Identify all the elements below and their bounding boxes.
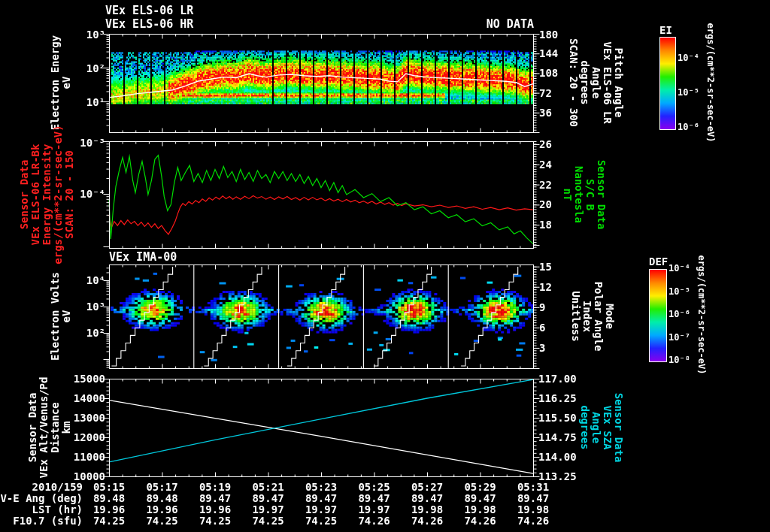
mode-tick-label: 9 [539,302,592,313]
pa-tick-label: 36 [539,107,592,119]
bk-y-tick-label: 10⁻⁴ [53,189,105,200]
colorbar-def-tick-label: 10⁻⁸ [668,355,706,365]
table-cell: 74.25 [295,515,347,527]
colorbar-ei-title: EI [659,25,672,36]
time-tick-label: 05:17 [136,482,189,493]
colorbar-def-title: DEF [649,256,668,268]
time-tick-label: 05:25 [348,482,401,493]
table-cell: 19.97 [295,504,347,515]
sza-tick-label: 115.50 [538,413,595,424]
table-cell: 89.47 [189,493,241,504]
els-y-tick-label: 10² [53,63,105,74]
time-tick-label: 05:29 [454,482,507,493]
alt-y-tick-label: 13000 [45,413,105,424]
sza-tick-label: 117.00 [538,373,595,385]
sza-tick-label: 114.00 [538,452,595,463]
table-cell: 19.96 [136,504,189,515]
no-data-annotation: NO DATA [421,19,534,30]
scb-tick-label: 22 [539,180,592,191]
table-cell: 74.26 [507,515,559,527]
ima-title: VEx IMA-00 [109,252,177,263]
colorbar-def-tick-label: 10⁻⁵ [668,287,706,297]
colorbar-def-tick-label: 10⁻⁶ [668,310,706,319]
table-cell: 74.25 [83,515,135,527]
ima-y-tick-label: 10⁴ [53,275,105,286]
alt-y-tick-label: 15000 [45,373,105,385]
scb-tick-label: 20 [539,199,592,210]
sza-tick-label: 114.75 [538,432,595,443]
time-tick-label: 05:27 [401,482,453,493]
time-tick-label: 05:23 [295,482,347,493]
els-title-lr: VEx ELS-06 LR [105,5,193,17]
colorbar-ei-tick-label: 10⁻⁴ [678,53,715,63]
table-cell: 74.26 [401,515,453,527]
mode-tick-label: 12 [539,282,592,293]
els-y-axis-title: Electron Energy eV [50,35,72,130]
ima-y-tick-label: 10³ [53,301,105,313]
table-cell: 89.48 [136,493,189,504]
bk-y-tick-label: 10⁻³ [53,138,105,149]
table-cell: 74.25 [189,515,241,527]
table-cell: 74.26 [348,515,401,527]
mode-tick-label: 6 [539,322,592,334]
pa-tick-label: 72 [539,88,592,99]
time-tick-label: 05:19 [189,482,241,493]
table-cell: 89.47 [348,493,401,504]
table-cell: 19.98 [454,504,507,515]
table-cell: 89.47 [295,493,347,504]
table-cell: 19.96 [189,504,241,515]
table-cell: 19.96 [83,504,135,515]
colorbar-def-tick-label: 10⁻⁷ [668,333,706,343]
colorbar-ei [659,37,676,130]
scb-tick-label: 26 [539,139,592,150]
table-cell: 19.98 [507,504,559,515]
alt-y-tick-label: 12000 [45,432,105,443]
table-date-label: 2010/159 [0,482,83,493]
table-cell: 89.48 [83,493,135,504]
time-tick-label: 05:15 [83,482,135,493]
table-cell: 19.98 [401,504,453,515]
alt-y-tick-label: 11000 [45,452,105,463]
table-row-label-f107: F10.7 (sfu) [0,515,83,527]
table-cell: 74.25 [242,515,295,527]
table-cell: 89.47 [507,493,559,504]
table-cell: 74.25 [136,515,189,527]
pa-tick-label: 108 [539,68,592,79]
table-cell: 19.97 [348,504,401,515]
sza-tick-label: 116.25 [538,393,595,404]
alt-y-axis-title: Sensor Data VEx Alt/Venus/Pd Distance km [27,377,72,479]
time-tick-label: 05:31 [507,482,559,493]
colorbar-ei-tick-label: 10⁻⁵ [678,88,715,98]
plot-page: VEx ELS-06 LR VEx ELS-06 HR NO DATA VEx … [0,0,770,532]
colorbar-def [649,269,667,362]
els-y-tick-label: 10¹ [53,97,105,108]
table-cell: 89.47 [242,493,295,504]
time-tick-label: 05:21 [242,482,295,493]
pa-tick-label: 144 [539,48,592,59]
table-cell: 89.47 [401,493,453,504]
alt-y-tick-label: 14000 [45,393,105,404]
els-title-hr: VEx ELS-06 HR [105,19,193,30]
scb-tick-label: 18 [539,219,592,231]
mode-tick-label: 3 [539,343,592,354]
pa-tick-label: 180 [539,29,592,41]
table-cell: 89.47 [454,493,507,504]
colorbar-ei-tick-label: 10⁻⁶ [678,122,715,132]
mode-tick-label: 15 [539,261,592,273]
table-row-label-lst: LST (hr) [0,504,83,515]
ima-y-tick-label: 10² [53,328,105,339]
table-cell: 19.97 [242,504,295,515]
table-row-label-veang: V-E Ang (deg) [0,493,83,504]
els-y-tick-label: 10³ [53,29,105,41]
colorbar-def-tick-label: 10⁻⁴ [668,264,706,274]
table-cell: 74.26 [454,515,507,527]
scb-tick-label: 24 [539,159,592,171]
